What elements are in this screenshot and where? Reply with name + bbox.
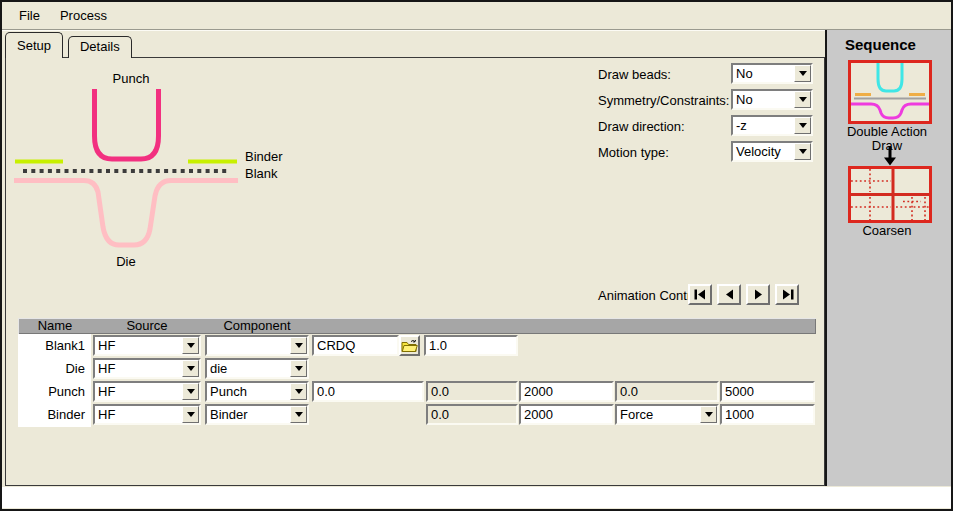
punch-shape bbox=[95, 89, 159, 159]
tab-setup[interactable]: Setup bbox=[5, 32, 63, 58]
blank-source-select[interactable]: HF bbox=[93, 335, 201, 356]
sequence-sidebar: Sequence Double Action Draw bbox=[825, 30, 951, 486]
header-source: Source bbox=[93, 319, 201, 333]
row-name-binder: Binder bbox=[19, 407, 85, 422]
dropdown-arrow-icon[interactable] bbox=[182, 360, 199, 377]
dropdown-arrow-icon[interactable] bbox=[794, 91, 811, 108]
sequence-title: Sequence bbox=[845, 36, 916, 53]
draw-beads-select[interactable]: No bbox=[731, 63, 813, 84]
die-source-select[interactable]: HF bbox=[93, 358, 201, 379]
binder-source-select[interactable]: HF bbox=[93, 404, 201, 425]
double-action-draw-icon bbox=[851, 63, 929, 121]
punch-begin-time-input[interactable]: 0.0 bbox=[312, 381, 424, 402]
menu-file[interactable]: File bbox=[11, 6, 48, 25]
dropdown-arrow-icon[interactable] bbox=[794, 117, 811, 134]
dropdown-arrow-icon[interactable] bbox=[182, 383, 199, 400]
dropdown-arrow-icon[interactable] bbox=[290, 383, 307, 400]
draw-direction-label: Draw direction: bbox=[598, 119, 685, 134]
punch-readonly-field-1: 0.0 bbox=[426, 381, 518, 402]
row-name-blank1: Blank1 bbox=[19, 338, 85, 353]
prev-frame-icon bbox=[723, 289, 736, 300]
blank-component-select[interactable] bbox=[205, 335, 309, 356]
table-header: Name Source Component bbox=[18, 318, 816, 334]
die-shape bbox=[14, 181, 238, 246]
binder-motion-select[interactable]: Force bbox=[615, 404, 719, 425]
tab-details[interactable]: Details bbox=[68, 36, 132, 58]
binder-label: Binder bbox=[245, 149, 283, 164]
dropdown-arrow-icon[interactable] bbox=[794, 143, 811, 160]
app-window: File Process Setup Details Punch Binder … bbox=[0, 0, 953, 511]
motion-type-label: Motion type: bbox=[598, 145, 669, 160]
row-name-die: Die bbox=[19, 361, 85, 376]
anim-first-button[interactable] bbox=[688, 284, 712, 305]
setup-panel: Punch Binder Blank Die Draw beads: No Sy… bbox=[5, 57, 825, 486]
open-folder-icon bbox=[401, 339, 418, 353]
dropdown-arrow-icon[interactable] bbox=[290, 360, 307, 377]
coarsen-step[interactable] bbox=[848, 166, 932, 223]
dropdown-arrow-icon[interactable] bbox=[794, 65, 811, 82]
dropdown-arrow-icon[interactable] bbox=[182, 406, 199, 423]
tab-bar: Setup Details bbox=[5, 32, 137, 58]
anim-prev-button[interactable] bbox=[717, 284, 741, 305]
header-component: Component bbox=[205, 319, 309, 333]
coarsen-icon bbox=[851, 169, 929, 220]
sequence-arrow-icon bbox=[883, 147, 897, 166]
binder-readonly-field-1: 0.0 bbox=[426, 404, 518, 425]
die-label: Die bbox=[106, 254, 146, 269]
punch-readonly-field-2: 0.0 bbox=[615, 381, 719, 402]
draw-beads-label: Draw beads: bbox=[598, 67, 671, 82]
symmetry-select[interactable]: No bbox=[731, 89, 813, 110]
punch-component-select[interactable]: Punch bbox=[205, 381, 309, 402]
blank-thickness-input[interactable]: 1.0 bbox=[424, 335, 518, 356]
blank-material-input[interactable]: CRDQ bbox=[312, 335, 399, 356]
anim-next-button[interactable] bbox=[746, 284, 770, 305]
row-name-punch: Punch bbox=[19, 384, 85, 399]
menu-process[interactable]: Process bbox=[52, 6, 115, 25]
binder-velocity-input[interactable]: 2000 bbox=[519, 404, 614, 425]
material-browse-button[interactable] bbox=[399, 335, 420, 356]
punch-source-select[interactable]: HF bbox=[93, 381, 201, 402]
menu-bar: File Process bbox=[2, 2, 951, 30]
punch-end-value-input[interactable]: 5000 bbox=[720, 381, 815, 402]
binder-force-input[interactable]: 1000 bbox=[720, 404, 815, 425]
draw-direction-select[interactable]: -z bbox=[731, 115, 813, 136]
punch-velocity-input[interactable]: 2000 bbox=[519, 381, 614, 402]
double-action-draw-step[interactable] bbox=[848, 60, 932, 124]
motion-type-select[interactable]: Velocity bbox=[731, 141, 813, 162]
die-component-select[interactable]: die bbox=[205, 358, 309, 379]
dropdown-arrow-icon[interactable] bbox=[290, 406, 307, 423]
binder-component-select[interactable]: Binder bbox=[205, 404, 309, 425]
punch-label: Punch bbox=[101, 71, 161, 86]
symmetry-label: Symmetry/Constraints: bbox=[598, 93, 729, 108]
coarsen-label: Coarsen bbox=[831, 224, 943, 238]
first-frame-icon bbox=[694, 289, 707, 300]
anim-last-button[interactable] bbox=[775, 284, 799, 305]
dropdown-arrow-icon[interactable] bbox=[182, 337, 199, 354]
next-frame-icon bbox=[752, 289, 765, 300]
dropdown-arrow-icon[interactable] bbox=[700, 406, 717, 423]
dropdown-arrow-icon[interactable] bbox=[290, 337, 307, 354]
blank-label: Blank bbox=[245, 166, 278, 181]
header-name: Name bbox=[19, 319, 91, 333]
status-bar bbox=[2, 487, 951, 508]
last-frame-icon bbox=[781, 289, 794, 300]
